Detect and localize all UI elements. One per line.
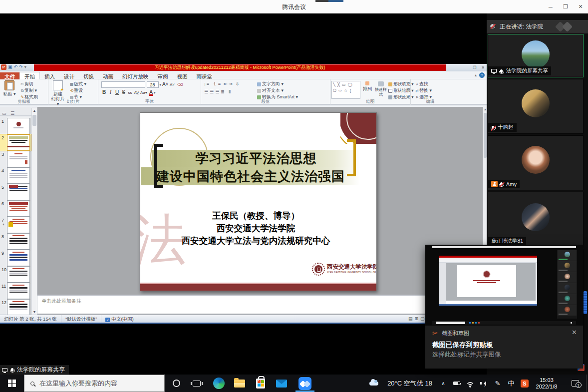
ime-button[interactable]: 中 — [505, 375, 517, 392]
reset-button[interactable]: ⟲重设 — [69, 87, 86, 94]
numbering-icon[interactable]: ⒈≡ — [213, 81, 222, 86]
slide-thumbnail-5[interactable]: 5 — [0, 184, 31, 200]
columns-icon[interactable]: ⫴ — [229, 89, 232, 94]
align-right-icon[interactable]: ☰ — [215, 89, 221, 94]
slide-thumbnail-3[interactable]: 3 — [0, 151, 31, 167]
taskbar-search[interactable]: 在这里输入你要搜索的内容 — [24, 375, 165, 392]
slide-thumbnail-12[interactable]: 12 — [0, 299, 31, 316]
screenshot-thumbnail[interactable] — [425, 245, 583, 326]
character-spacing-icon[interactable]: AV̲ — [134, 89, 139, 96]
scroll-up-icon[interactable]: ▲ — [32, 108, 37, 113]
weather-button[interactable] — [367, 375, 380, 392]
shapes-gallery[interactable]: ╲ ╳ ▭ ◯⬠ ⇨ ☆ { — [331, 81, 360, 99]
restore-icon[interactable]: ❐ — [558, 0, 573, 13]
mail-button[interactable] — [273, 375, 291, 392]
tray-expand-button[interactable]: ∧ — [437, 375, 449, 392]
bullets-icon[interactable]: ⁝≡ — [204, 81, 210, 86]
store-button[interactable] — [252, 375, 270, 392]
close-icon[interactable]: ✕ — [573, 0, 588, 13]
volume-button[interactable]: ) — [477, 375, 490, 392]
thumbnail-scrollbar[interactable]: ▲ ▼ — [31, 108, 37, 315]
participant-tile-4[interactable]: 庞正博法学81 — [488, 192, 584, 248]
font-color-icon[interactable]: A — [149, 90, 153, 96]
wifi-button[interactable] — [463, 375, 477, 392]
replace-button[interactable]: ⇄替换 ▾ — [415, 87, 432, 94]
slide-thumbnail-10[interactable]: 10 — [0, 266, 31, 283]
toast-close-icon[interactable]: ✕ — [572, 329, 577, 336]
action-center-button[interactable]: 1 — [566, 375, 584, 392]
slide-thumbnail-9[interactable]: 9 — [0, 250, 31, 266]
pen-button[interactable]: ✎ — [491, 375, 504, 392]
ppt-close-icon[interactable]: ✕ — [481, 65, 485, 70]
slides-tab-icon[interactable]: ▭ — [2, 111, 6, 116]
quick-access-toolbar[interactable]: P ▣ ↶ ↷ ▾ — [1, 64, 26, 70]
slide-thumbnail-4[interactable]: 4 — [0, 167, 31, 184]
participant-tile-1[interactable]: 法学院的屏幕共享 — [488, 34, 584, 77]
toast-subtitle[interactable]: 选择此处标记并共享图像 — [432, 351, 501, 359]
slide-thumbnail-1[interactable]: 1 — [0, 118, 31, 134]
ribbon-collapse-icon[interactable]: ▴ — [475, 73, 477, 77]
paste-button[interactable]: 粘贴 ▾ — [1, 80, 18, 96]
font-name-combobox[interactable] — [101, 81, 145, 88]
undo-icon[interactable]: ↶ — [14, 64, 18, 70]
minimize-icon[interactable]: ─ — [543, 0, 558, 13]
scroll-down-icon[interactable]: ▼ — [32, 309, 37, 315]
clear-formatting-icon[interactable]: ⌫ — [177, 81, 182, 88]
outline-tab-icon[interactable]: ☰ — [10, 111, 14, 116]
clock[interactable]: 15:032022/1/8 — [531, 375, 562, 392]
shape-outline-button[interactable]: 形状轮廓 ▾ — [388, 87, 414, 94]
font-size-combobox[interactable]: 28 — [147, 81, 159, 88]
italic-icon[interactable]: I — [108, 89, 113, 95]
slide-thumbnail-2-selected[interactable]: 2 — [0, 134, 31, 151]
slide-thumbnail-8[interactable]: 8 — [0, 233, 31, 250]
tencent-meeting-button[interactable] — [294, 375, 316, 392]
align-text-button[interactable]: 对齐文本 ▾ — [257, 87, 298, 94]
align-center-icon[interactable]: ☰ — [210, 89, 215, 94]
redo-icon[interactable]: ↷ — [19, 64, 23, 70]
justify-icon[interactable]: ≣ — [221, 89, 226, 94]
bold-icon[interactable]: B — [101, 89, 107, 95]
slide-thumbnail-11[interactable]: 11 — [0, 283, 31, 299]
slide-thumbnail-6[interactable]: 6 — [0, 200, 31, 217]
strikethrough-icon[interactable]: S — [121, 89, 126, 95]
quick-styles-button[interactable]: 快速样式 — [373, 80, 388, 97]
shape-fill-button[interactable]: 形状填充 ▾ — [388, 81, 414, 87]
increase-indent-icon[interactable]: ⇥ — [229, 81, 234, 86]
text-shadow-icon[interactable]: ss — [127, 89, 133, 96]
grow-font-icon[interactable]: A˄ — [162, 81, 169, 87]
file-explorer-button[interactable] — [231, 375, 249, 392]
participant-tile-3[interactable]: Amy — [488, 135, 584, 190]
qat-chevron-down-icon[interactable]: ▾ — [24, 64, 27, 70]
layout-button[interactable]: ▦版式 ▾ — [69, 81, 86, 87]
arrange-button[interactable]: 排列 — [361, 80, 373, 91]
slide-thumbnail-7[interactable]: 7 ✶ — [0, 217, 31, 233]
find-button[interactable]: ⌕查找 — [415, 81, 432, 87]
sidebar-scrollbar-thumb[interactable] — [584, 291, 587, 314]
reading-view-icon[interactable]: ▢ — [420, 315, 425, 323]
change-case-icon[interactable]: Aa▾ — [140, 89, 147, 96]
text-direction-button[interactable]: 文字方向 ▾ — [257, 81, 298, 87]
task-view-button[interactable] — [188, 375, 206, 392]
notes-pane[interactable]: 单击此处添加备注 — [37, 295, 483, 314]
cut-button[interactable]: ✂剪切 — [20, 81, 38, 87]
save-icon[interactable]: ▣ — [8, 64, 12, 70]
battery-button[interactable] — [450, 375, 463, 392]
cortana-button[interactable] — [168, 375, 185, 392]
line-spacing-icon[interactable]: ⇳ — [236, 81, 241, 86]
snip-sketch-toast[interactable]: ✂ 截图和草图 ✕ 截图已保存到剪贴板 选择此处标记并共享图像 — [425, 245, 583, 369]
edge-button[interactable] — [210, 375, 228, 392]
normal-view-icon[interactable]: ▤ — [408, 315, 413, 323]
weather-text[interactable]: 20°C 空气优 18 — [380, 375, 435, 392]
decrease-indent-icon[interactable]: ⇤ — [224, 81, 229, 86]
slide-canvas[interactable]: 学习习近平法治思想 建设中国特色社会主义法治强国 王保民（教授、博导） 西安交通… — [140, 112, 377, 291]
slide-sorter-icon[interactable]: ⊞ — [415, 315, 419, 323]
help-icon[interactable]: ? — [479, 72, 485, 78]
start-button[interactable] — [0, 375, 24, 392]
participant-tile-2[interactable]: 十腾起 — [488, 79, 584, 134]
underline-icon[interactable]: U — [114, 89, 120, 95]
show-desktop-button[interactable] — [586, 375, 588, 392]
tab-home[interactable]: 开始 — [19, 72, 40, 80]
shrink-font-icon[interactable]: A˅ — [169, 81, 175, 88]
align-left-icon[interactable]: ☰ — [204, 89, 210, 94]
scrollbar-thumb[interactable] — [32, 115, 36, 126]
